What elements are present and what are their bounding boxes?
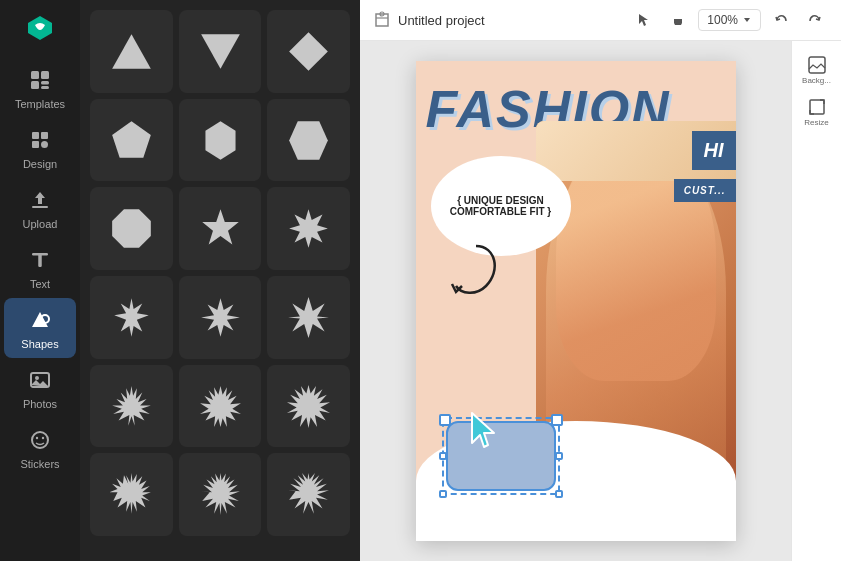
resize-tool-btn[interactable]: Resize bbox=[798, 93, 836, 131]
background-tool-btn[interactable]: Backg... bbox=[798, 51, 836, 89]
shape-star-8-lg[interactable] bbox=[267, 276, 350, 359]
sidebar-item-templates[interactable]: Templates bbox=[4, 58, 76, 118]
handle-ml[interactable] bbox=[439, 452, 447, 460]
canvas-main: FASHION HI CUST... { UNIQUE DESIGN bbox=[360, 41, 791, 561]
svg-marker-20 bbox=[201, 34, 240, 68]
selection-handles bbox=[442, 417, 560, 495]
left-toolbar: Templates Design Upload bbox=[0, 0, 80, 561]
handle-bl[interactable] bbox=[439, 490, 447, 498]
shape-octagon[interactable] bbox=[90, 187, 173, 270]
svg-rect-2 bbox=[31, 81, 39, 89]
design-label: Design bbox=[23, 158, 57, 170]
shape-star-8-md[interactable] bbox=[179, 276, 262, 359]
svg-rect-0 bbox=[31, 71, 39, 79]
undo-btn[interactable] bbox=[767, 6, 795, 34]
shape-starburst-xxl[interactable] bbox=[179, 453, 262, 536]
shape-starburst-xxxl[interactable] bbox=[267, 453, 350, 536]
svg-marker-29 bbox=[201, 298, 240, 337]
svg-marker-36 bbox=[288, 473, 329, 514]
shape-triangle-down[interactable] bbox=[179, 10, 262, 93]
sidebar-item-design[interactable]: Design bbox=[4, 118, 76, 178]
svg-marker-19 bbox=[112, 34, 151, 68]
templates-label: Templates bbox=[15, 98, 65, 110]
sidebar-item-photos[interactable]: Photos bbox=[4, 358, 76, 418]
svg-rect-11 bbox=[38, 253, 42, 267]
redo-btn[interactable] bbox=[801, 6, 829, 34]
poster-hi-badge: HI bbox=[692, 131, 736, 170]
canvas-area: Untitled project 100% bbox=[360, 0, 841, 561]
sidebar-item-stickers[interactable]: Stickers bbox=[4, 418, 76, 478]
svg-marker-21 bbox=[289, 32, 328, 71]
svg-point-17 bbox=[36, 437, 38, 439]
svg-marker-35 bbox=[201, 473, 240, 515]
zoom-control[interactable]: 100% bbox=[698, 9, 761, 31]
upload-label: Upload bbox=[23, 218, 58, 230]
project-title: Untitled project bbox=[398, 13, 485, 28]
svg-marker-30 bbox=[288, 297, 329, 338]
shape-starburst-md[interactable] bbox=[179, 365, 262, 448]
resize-label: Resize bbox=[804, 119, 828, 128]
svg-point-15 bbox=[35, 376, 39, 380]
canvas-right-tools: Backg... Resize bbox=[791, 41, 841, 561]
shape-star-5[interactable] bbox=[179, 187, 262, 270]
shape-diamond[interactable] bbox=[267, 10, 350, 93]
shape-starburst-sm[interactable] bbox=[90, 365, 173, 448]
photos-label: Photos bbox=[23, 398, 57, 410]
poster-comfortable-fit: COMFORTABLE FIT } bbox=[450, 206, 551, 217]
handle-br[interactable] bbox=[555, 490, 563, 498]
text-label: Text bbox=[30, 278, 50, 290]
svg-marker-32 bbox=[200, 386, 241, 427]
svg-rect-4 bbox=[41, 86, 49, 89]
shape-star-8-sm[interactable] bbox=[90, 276, 173, 359]
resize-icon bbox=[807, 97, 827, 117]
svg-marker-34 bbox=[110, 473, 151, 514]
shape-star-6[interactable] bbox=[267, 187, 350, 270]
design-canvas[interactable]: FASHION HI CUST... { UNIQUE DESIGN bbox=[416, 61, 736, 541]
text-icon bbox=[26, 246, 54, 274]
upload-icon bbox=[26, 186, 54, 214]
cursor-tool-btn[interactable] bbox=[630, 6, 658, 34]
svg-point-16 bbox=[32, 432, 48, 448]
chevron-down-icon bbox=[742, 15, 752, 25]
hand-tool-btn[interactable] bbox=[664, 6, 692, 34]
shape-hexagon-lg[interactable] bbox=[267, 99, 350, 182]
sidebar-item-shapes[interactable]: Shapes bbox=[4, 298, 76, 358]
svg-rect-7 bbox=[32, 141, 39, 148]
svg-marker-33 bbox=[287, 385, 330, 428]
background-label: Backg... bbox=[802, 77, 831, 86]
stickers-label: Stickers bbox=[20, 458, 59, 470]
shapes-icon bbox=[26, 306, 54, 334]
svg-marker-28 bbox=[114, 298, 148, 337]
shape-triangle-up[interactable] bbox=[90, 10, 173, 93]
svg-marker-26 bbox=[202, 209, 239, 244]
sidebar-item-text[interactable]: Text bbox=[4, 238, 76, 298]
svg-rect-42 bbox=[810, 100, 824, 114]
svg-marker-25 bbox=[112, 209, 151, 248]
svg-marker-38 bbox=[639, 14, 648, 26]
stickers-icon bbox=[26, 426, 54, 454]
topbar-controls: 100% bbox=[630, 6, 829, 34]
handle-mr[interactable] bbox=[555, 452, 563, 460]
shape-starburst-lg[interactable] bbox=[267, 365, 350, 448]
shape-starburst-xl[interactable] bbox=[90, 453, 173, 536]
topbar-left: Untitled project bbox=[372, 10, 622, 30]
sidebar-item-upload[interactable]: Upload bbox=[4, 178, 76, 238]
svg-rect-9 bbox=[32, 206, 48, 208]
canvas-topbar: Untitled project 100% bbox=[360, 0, 841, 41]
svg-rect-3 bbox=[41, 81, 49, 85]
project-icon bbox=[372, 10, 392, 30]
svg-point-8 bbox=[41, 141, 48, 148]
zoom-level: 100% bbox=[707, 13, 738, 27]
svg-marker-22 bbox=[112, 121, 151, 158]
shape-pentagon[interactable] bbox=[90, 99, 173, 182]
svg-rect-5 bbox=[32, 132, 39, 139]
design-icon bbox=[26, 126, 54, 154]
poster-unique-design: { UNIQUE DESIGN bbox=[457, 195, 544, 206]
svg-rect-6 bbox=[41, 132, 48, 139]
svg-marker-24 bbox=[289, 121, 328, 160]
svg-marker-31 bbox=[112, 386, 151, 426]
background-icon bbox=[807, 55, 827, 75]
shapes-panel bbox=[80, 0, 360, 561]
shape-hexagon-sm[interactable] bbox=[179, 99, 262, 182]
svg-marker-23 bbox=[205, 121, 235, 160]
